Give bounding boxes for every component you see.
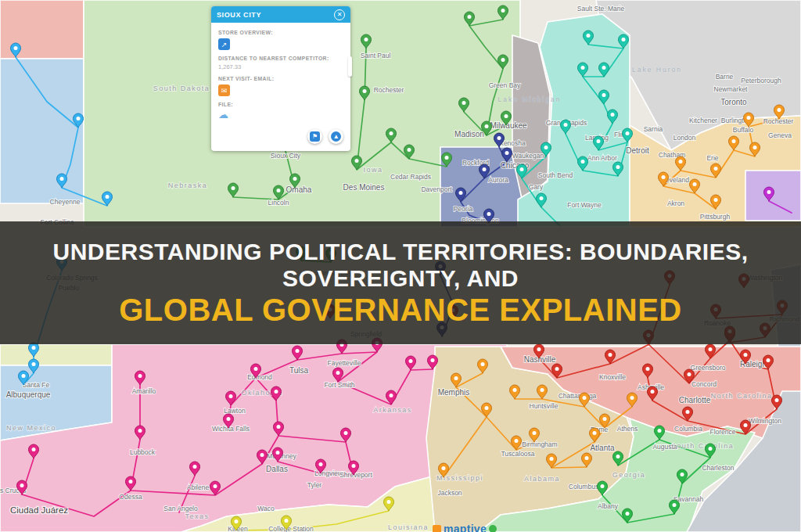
state-label: Louisiana [388,523,429,531]
water-label: Lake Huron [632,66,682,74]
city-label: San Angelo [163,505,198,512]
city-label: Dallas [266,465,288,473]
city-label: Rochester [374,86,404,94]
city-label: Barrie [716,73,734,81]
city-label: Fort Smith [324,381,354,389]
popup-scrollbar[interactable] [348,56,352,77]
maptive-watermark: maptive [433,523,497,532]
water-label: Lake Michigan [498,95,562,103]
city-label: Aurora [488,176,508,184]
city-label: Geneva [768,131,792,139]
city-label: Edmond [247,373,272,381]
city-label: Erie [706,154,718,162]
city-label: London [673,134,696,142]
popup-title: SIOUX CITY [217,11,261,19]
city-label: Greensboro [691,364,726,372]
city-label: Milwaukee [490,121,527,130]
next-visit-email-label: NEXT VISIT- EMAIL: [218,76,343,81]
city-label: Cedar Rapids [390,173,431,181]
city-label: Tulsa [289,366,309,375]
city-label: Atlanta [590,444,615,452]
city-label: Columbia [674,425,702,433]
cloud-download-icon[interactable]: ☁ [218,110,343,120]
city-label: Detroit [626,146,649,155]
maptive-logo-text: maptive [444,523,487,532]
city-label: Memphis [438,388,470,397]
state-label: Alabama [524,475,560,483]
state-label: Iowa [363,166,383,174]
city-label: Waukegan [512,152,544,160]
city-label: Davenport [421,185,452,193]
maptive-logo-icon [433,525,441,532]
popup-header: SIOUX CITY ✕ [211,6,350,23]
state-label: Georgia [612,471,646,479]
city-label: Fayetteville [328,359,361,367]
city-label: Jackson [437,489,462,497]
city-label: Charlotte [679,396,711,404]
city-label: Ann Arbor [587,154,617,162]
city-label: Concord [691,380,717,388]
city-label: Athens [617,425,638,433]
city-label: Saint Paul [361,52,391,59]
city-label: Columbus [569,483,598,491]
city-label: Omaha [286,185,312,194]
city-label: Gary [529,183,544,191]
link-icon[interactable]: ↗ [218,38,230,50]
city-label: Sarnia [644,125,663,133]
city-label: College Station [268,525,314,532]
city-label: Amarillo [132,387,156,395]
state-label: South Carolina [671,442,735,450]
city-label: Peoria [454,205,473,213]
state-label: Texas [185,512,209,520]
city-label: Pittsburgh [700,213,731,221]
state-label: North Carolina [710,392,772,400]
city-label: Santa Fe [23,381,50,389]
state-label: South Dakota [153,84,210,92]
city-label: Augusta [652,443,677,451]
city-label: Peterborough [741,77,781,84]
city-label: Kitchener [689,117,717,124]
city-label: Lawton [224,407,246,415]
city-label: Buffalo [733,126,754,134]
city-label: Huntsville [530,402,559,410]
banner-title-yellow: GLOBAL GOVERNANCE EXPLAINED [0,292,801,328]
state-label: New Mexico [6,424,56,432]
city-label: Green Bay [489,81,521,89]
city-label: Wichita Falls [212,425,250,433]
city-label: Cheyenne [50,198,81,206]
navigation-arrow-icon: ► [331,131,341,142]
banner-title-white: UNDERSTANDING POLITICAL TERRITORIES: BOU… [0,239,801,292]
flag-icon: ⚑ [310,131,320,142]
city-label: Newmarket [714,85,749,93]
city-label: Fort Wayne [567,201,602,209]
region-newmexico-strip[interactable] [0,344,112,365]
city-label: Waco [257,505,275,512]
city-label: South Bend [538,171,573,179]
city-label: Wilmington [749,417,781,425]
city-label: Albuquerque [6,390,51,399]
state-label: Nebraska [168,182,208,189]
city-label: Tuscaloosa [501,450,534,458]
marker-info-popup: SIOUX CITY ✕ STORE OVERVIEW: ↗ DISTANCE … [211,6,350,151]
city-label: Birmingham [522,440,557,448]
city-label: Toronto [720,98,747,106]
close-icon[interactable]: ✕ [334,9,345,20]
city-label: Florence [709,428,735,436]
streetview-button[interactable]: ⚑ [307,129,322,144]
region-wyoming-blue[interactable] [0,59,84,203]
navigate-button[interactable]: ► [329,129,343,144]
city-label: Knoxville [599,373,626,381]
city-label: Ciudad Juárez [10,505,68,515]
state-label: Arkansas [373,406,412,414]
city-label: Sioux City [271,152,301,160]
email-icon[interactable]: ✉ [218,84,230,96]
city-label: Odessa [119,493,142,501]
city-label: Abilene [187,483,210,491]
city-label: Des Moines [343,183,385,192]
map-canvas[interactable]: South DakotaNebraskaIowaCheyenneFort Col… [0,0,801,532]
city-label: Charleston [702,464,734,472]
city-label: Lubbock [130,448,156,456]
distance-label: DISTANCE TO NEAREST COMPETITOR: [218,56,343,61]
title-banner: UNDERSTANDING POLITICAL TERRITORIES: BOU… [0,221,801,344]
city-label: Shreveport [339,471,372,479]
